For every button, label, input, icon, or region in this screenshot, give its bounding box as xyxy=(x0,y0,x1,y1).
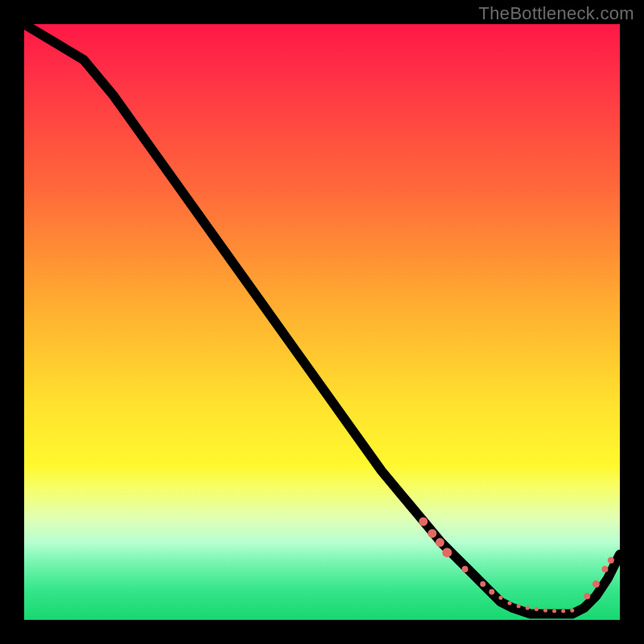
curve-marker xyxy=(427,529,436,538)
curve-marker xyxy=(526,606,530,610)
curve-markers xyxy=(419,517,614,613)
curve-marker xyxy=(602,566,609,572)
plot-area xyxy=(24,24,620,620)
bottleneck-curve xyxy=(24,24,620,614)
curve-marker xyxy=(584,592,590,599)
chart-frame: TheBottleneck.com xyxy=(0,0,644,644)
curve-marker xyxy=(480,581,485,587)
curve-marker xyxy=(489,589,494,595)
curve-marker xyxy=(570,609,574,613)
curve-marker xyxy=(543,609,547,613)
curve-marker xyxy=(508,601,512,605)
curve-marker xyxy=(436,538,444,547)
curve-marker xyxy=(517,604,521,608)
curve-marker xyxy=(561,609,565,613)
curve-marker xyxy=(419,517,427,526)
curve-marker xyxy=(608,557,614,564)
curve-marker xyxy=(535,607,539,611)
watermark-text: TheBottleneck.com xyxy=(479,3,634,24)
curve-layer xyxy=(24,24,620,620)
curve-marker xyxy=(552,609,556,613)
curve-marker xyxy=(442,547,452,557)
curve-marker xyxy=(462,566,469,572)
curve-marker xyxy=(592,580,600,588)
curve-marker xyxy=(498,596,502,600)
